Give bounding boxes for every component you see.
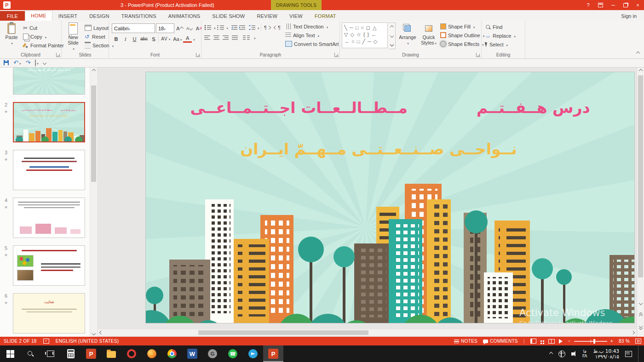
- language-indicator[interactable]: ENGLISH (UNITED STATES): [56, 339, 119, 344]
- fit-slide-to-window-button[interactable]: [635, 339, 641, 344]
- customize-qat-button[interactable]: [43, 61, 46, 64]
- font-size-combobox[interactable]: 18: [156, 23, 174, 33]
- thumbnail-slide-2[interactable]: 2 درس هــفــتــممــطــالــعــات اجــتــم…: [0, 102, 97, 142]
- tab-review[interactable]: REVIEW: [251, 11, 283, 21]
- underline-button[interactable]: U: [130, 35, 139, 43]
- selected-thumbnail[interactable]: درس هــفــتــممــطــالــعــات اجــتــمــ…: [13, 102, 85, 142]
- zoom-percentage[interactable]: 83 %: [619, 339, 630, 344]
- thumbnail-slide-1[interactable]: 1 بــه نــام خــدای مــهــربــان: [0, 67, 97, 95]
- arrange-button[interactable]: Arrange: [397, 23, 418, 45]
- tab-slide-show[interactable]: SLIDE SHOW: [206, 11, 251, 21]
- bullets-icon[interactable]: [204, 25, 212, 30]
- grow-font-button[interactable]: A: [175, 24, 184, 32]
- network-icon[interactable]: [558, 351, 565, 357]
- taskbar-calculator[interactable]: [61, 345, 81, 362]
- text-shadow-button[interactable]: S: [149, 35, 158, 43]
- cut-button[interactable]: Cut: [23, 23, 64, 32]
- shape-outline-button[interactable]: Shape Outline: [440, 31, 484, 40]
- change-case-button[interactable]: Aa: [172, 35, 183, 43]
- scroll-right-icon[interactable]: [631, 331, 635, 334]
- taskbar-clock[interactable]: 10:43 ب.ظ ۱۳۹۹/۰۸/۱۵: [593, 348, 619, 359]
- columns-dropdown[interactable]: [253, 35, 256, 40]
- numbering-dropdown[interactable]: [226, 25, 229, 30]
- slide-canvas[interactable]: درس هــفــتــم مــطــالــعــات اجــتــمـ…: [146, 72, 634, 323]
- taskbar-chrome[interactable]: [162, 345, 182, 362]
- taskbar-word[interactable]: W: [182, 345, 202, 362]
- sign-in-link[interactable]: Sign in: [614, 11, 644, 21]
- taskbar-gimp[interactable]: G: [202, 345, 223, 362]
- taskbar-powerpoint-active[interactable]: P: [263, 345, 283, 362]
- action-center-icon[interactable]: [625, 351, 632, 357]
- thumb-scrollbar-thumb[interactable]: [91, 85, 96, 182]
- shape-fill-button[interactable]: Shape Fill: [440, 22, 484, 31]
- ribbon-display-options-button[interactable]: [594, 0, 607, 10]
- taskbar-telegram[interactable]: [243, 345, 263, 362]
- comments-button[interactable]: COMMENTS: [483, 339, 518, 344]
- font-family-combobox[interactable]: Calibri: [112, 23, 155, 33]
- slide-indicator[interactable]: SLIDE 2 OF 18: [4, 339, 37, 344]
- text-direction-button[interactable]: Text Direction: [285, 22, 343, 31]
- show-desktop-button[interactable]: [638, 345, 640, 362]
- taskbar-search-button[interactable]: [20, 345, 40, 362]
- horizontal-scrollbar-thumb[interactable]: [198, 330, 368, 335]
- decrease-indent-icon[interactable]: [231, 25, 238, 30]
- character-spacing-button[interactable]: AV: [158, 35, 172, 43]
- notes-button[interactable]: NOTES: [454, 339, 477, 344]
- slide-sorter-view-button[interactable]: [540, 340, 542, 342]
- zoom-slider[interactable]: [574, 341, 607, 342]
- tab-transitions[interactable]: TRANSITIONS: [115, 11, 162, 21]
- slideshow-view-button[interactable]: [559, 339, 563, 344]
- bold-button[interactable]: B: [112, 35, 121, 43]
- tab-file[interactable]: FILE: [0, 11, 25, 21]
- start-button[interactable]: [0, 345, 20, 362]
- taskbar-file-explorer[interactable]: [101, 345, 121, 362]
- paste-dropdown-arrow[interactable]: [10, 40, 13, 45]
- next-slide-button[interactable]: [637, 323, 644, 330]
- language-switcher[interactable]: فا FA: [582, 349, 587, 358]
- clipboard-dialog-launcher[interactable]: [56, 53, 60, 57]
- justify-icon[interactable]: [232, 35, 238, 40]
- paste-button[interactable]: Paste: [1, 23, 22, 45]
- shapes-more-icon[interactable]: [390, 42, 394, 46]
- numbering-icon[interactable]: [217, 25, 224, 30]
- slide-subtitle-line[interactable]: نــواحــی صــنــعــتــی مــهــمّ ایــران: [146, 140, 623, 158]
- bullets-dropdown[interactable]: [213, 25, 216, 30]
- shapes-gallery-scroll[interactable]: [389, 23, 396, 49]
- thumbnail-slide-5[interactable]: 5: [0, 245, 97, 286]
- line-spacing-dropdown[interactable]: [257, 25, 259, 30]
- shrink-font-button[interactable]: A: [185, 24, 194, 32]
- line-spacing-icon[interactable]: [249, 25, 255, 30]
- new-slide-button[interactable]: New Slide: [63, 23, 84, 51]
- select-button[interactable]: Select: [485, 40, 516, 49]
- shapes-scroll-down-icon[interactable]: [390, 34, 394, 38]
- scroll-down-icon[interactable]: [638, 301, 642, 305]
- align-right-icon[interactable]: [223, 35, 229, 40]
- paragraph-dialog-launcher[interactable]: [334, 53, 339, 57]
- convert-to-smartart-button[interactable]: Convert to SmartArt: [285, 40, 343, 48]
- format-painter-button[interactable]: Format Painter: [23, 41, 64, 50]
- replace-button[interactable]: Replace: [485, 31, 516, 40]
- quick-styles-button[interactable]: QuickStyles: [418, 23, 439, 46]
- taskbar-whatsapp[interactable]: [223, 345, 243, 362]
- slide-title-line[interactable]: درس هــفــتــم مــطــالــعــات اجــتــمـ…: [146, 99, 634, 117]
- align-left-icon[interactable]: [204, 35, 211, 40]
- strikethrough-button[interactable]: abc: [139, 35, 149, 43]
- collapse-ribbon-button[interactable]: [636, 51, 640, 55]
- thumb-scroll-up-icon[interactable]: [92, 68, 95, 72]
- align-text-button[interactable]: Align Text: [285, 31, 343, 40]
- font-color-dropdown[interactable]: [192, 36, 195, 42]
- columns-icon[interactable]: [243, 35, 250, 40]
- tab-home[interactable]: HOME: [25, 11, 52, 21]
- task-view-button[interactable]: [40, 345, 61, 362]
- shapes-gallery[interactable]: ╲─□○◻△ ▽◇☆{}← →○□╱─◇: [342, 23, 388, 48]
- italic-button[interactable]: I: [121, 35, 130, 43]
- thumbnail-slide-6[interactable]: 6 فعالیت: [0, 293, 97, 334]
- copy-button[interactable]: Copy: [23, 32, 64, 41]
- hidden-icons-chevron[interactable]: [549, 352, 553, 356]
- volume-icon[interactable]: [571, 352, 574, 356]
- thumbnail-slide-4[interactable]: 4: [0, 198, 97, 238]
- help-button[interactable]: ?: [582, 0, 594, 10]
- thumbnail-panel-scrollbar[interactable]: [90, 67, 97, 337]
- drawing-dialog-launcher[interactable]: [476, 53, 480, 57]
- align-center-icon[interactable]: [213, 35, 220, 40]
